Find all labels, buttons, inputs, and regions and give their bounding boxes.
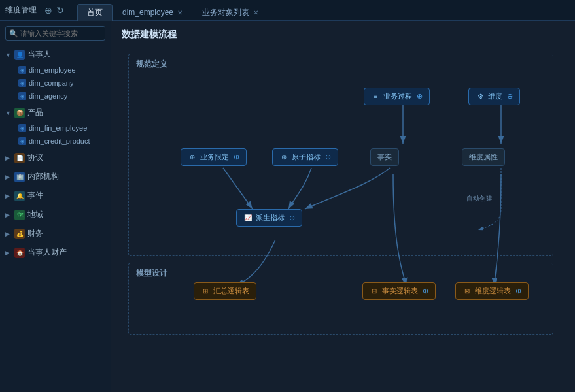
node-dimension-logic[interactable]: ⊠ 维度逻辑表 ⊕: [455, 282, 529, 300]
tab-dim-employee-label: dim_employee: [122, 8, 173, 17]
tab-business-object-close[interactable]: ✕: [253, 9, 258, 16]
atomic-indicator-plus[interactable]: ⊕: [325, 153, 331, 161]
search-input[interactable]: [5, 26, 105, 41]
derived-indicator-icon: 📈: [243, 214, 253, 223]
protocol-label: 协议: [27, 152, 43, 163]
business-limit-plus[interactable]: ⊕: [234, 153, 239, 161]
sidebar-group-party-header[interactable]: ▼ 👤 当事人: [0, 46, 111, 63]
summary-logic-label: 汇总逻辑表: [213, 286, 249, 296]
tab-bar: 首页 dim_employee ✕ 业务对象列表 ✕: [77, 0, 268, 21]
finance-arrow: ▶: [5, 231, 12, 237]
node-dimension[interactable]: ⚙ 维度 ⊕: [468, 88, 520, 105]
leaf-dim-company[interactable]: ◈ dim_company: [13, 76, 111, 90]
party-children: ◈ dim_employee ◈ dim_company ◈ dim_agenc…: [0, 63, 111, 103]
tab-business-object-label: 业务对象列表: [202, 7, 249, 18]
derived-indicator-plus[interactable]: ⊕: [289, 214, 295, 222]
tab-home[interactable]: 首页: [77, 4, 113, 21]
internal-label: 内部机构: [27, 171, 59, 182]
tab-home-label: 首页: [87, 7, 103, 18]
party-property-icon: 🏠: [14, 248, 25, 258]
protocol-icon: 📄: [14, 153, 25, 163]
event-arrow: ▶: [5, 193, 12, 199]
dimension-logic-icon: ⊠: [462, 287, 472, 296]
sidebar-group-protocol: ▶ 📄 协议: [0, 149, 111, 167]
fact-logic-label: 事实逻辑表: [382, 286, 418, 296]
leaf-dot-2: ◈: [18, 79, 26, 87]
leaf-dot-5: ◈: [18, 137, 26, 145]
node-summary-logic[interactable]: ⊞ 汇总逻辑表: [194, 282, 256, 300]
party-property-arrow: ▶: [5, 250, 12, 256]
model-design-label: 模型设计: [136, 268, 167, 279]
product-label: 产品: [27, 107, 43, 118]
auto-create-label: 自动创建: [466, 194, 493, 203]
flow-diagram: 规范定义 模型设计: [122, 47, 565, 384]
sidebar-group-region-header[interactable]: ▶ 🗺 地域: [0, 206, 111, 223]
node-business-process[interactable]: ≡ 业务过程 ⊕: [364, 88, 430, 105]
internal-arrow: ▶: [5, 174, 12, 180]
event-label: 事件: [27, 190, 43, 201]
region-label: 地域: [27, 209, 43, 220]
sidebar-group-event: ▶ 🔔 事件: [0, 187, 111, 204]
leaf-dim-credit-product[interactable]: ◈ dim_credit_product: [13, 135, 111, 148]
leaf-dim-employee[interactable]: ◈ dim_employee: [13, 63, 111, 76]
leaf-dim-agency[interactable]: ◈ dim_agency: [13, 90, 111, 103]
leaf-dot: ◈: [18, 66, 26, 74]
sidebar-group-internal-header[interactable]: ▶ 🏢 内部机构: [0, 168, 111, 186]
sidebar-group-finance-header[interactable]: ▶ 💰 财务: [0, 225, 111, 242]
app-title: 维度管理: [5, 5, 37, 16]
node-atomic-indicator[interactable]: ⊕ 原子指标 ⊕: [272, 148, 338, 166]
tab-dim-employee-close[interactable]: ✕: [177, 9, 183, 16]
party-icon: 👤: [14, 50, 25, 60]
business-limit-label: 业务限定: [200, 152, 229, 162]
leaf-dim-agency-label: dim_agency: [29, 92, 67, 100]
tab-business-object[interactable]: 业务对象列表 ✕: [192, 4, 268, 21]
finance-icon: 💰: [14, 229, 25, 239]
sidebar-group-finance: ▶ 💰 财务: [0, 225, 111, 242]
search-icon: 🔍: [9, 29, 18, 38]
internal-icon: 🏢: [14, 172, 25, 182]
product-arrow: ▼: [5, 110, 12, 116]
derived-indicator-label: 派生指标: [256, 213, 285, 223]
party-arrow: ▼: [5, 52, 12, 58]
tab-dim-employee[interactable]: dim_employee ✕: [113, 4, 192, 21]
page-title: 数据建模流程: [122, 29, 565, 41]
business-process-icon: ≡: [371, 92, 380, 101]
add-icon[interactable]: ⊕: [44, 5, 52, 16]
node-business-limit[interactable]: ⊕ 业务限定 ⊕: [181, 148, 247, 166]
sidebar-group-region: ▶ 🗺 地域: [0, 206, 111, 223]
business-process-plus[interactable]: ⊕: [417, 92, 423, 101]
sidebar-group-protocol-header[interactable]: ▶ 📄 协议: [0, 149, 111, 167]
refresh-icon[interactable]: ↻: [56, 5, 64, 16]
party-label: 当事人: [27, 49, 51, 60]
sidebar-group-internal: ▶ 🏢 内部机构: [0, 168, 111, 186]
fact-logic-plus[interactable]: ⊕: [423, 287, 428, 295]
fact-label: 事实: [377, 152, 392, 162]
atomic-indicator-icon: ⊕: [279, 153, 288, 162]
summary-logic-icon: ⊞: [201, 287, 210, 296]
node-dimension-attr[interactable]: 维度属性: [462, 148, 505, 166]
dimension-plus[interactable]: ⊕: [507, 92, 513, 101]
sidebar-group-event-header[interactable]: ▶ 🔔 事件: [0, 187, 111, 204]
sidebar-group-party-property-header[interactable]: ▶ 🏠 当事人财产: [0, 244, 111, 261]
content-area: 数据建模流程 规范定义 模型设计: [111, 21, 575, 392]
leaf-dim-company-label: dim_company: [29, 79, 73, 87]
top-bar: 维度管理 ⊕ ↻ 首页 dim_employee ✕ 业务对象列表 ✕: [0, 0, 575, 21]
node-fact[interactable]: 事实: [370, 148, 399, 166]
leaf-dim-fin-employee[interactable]: ◈ dim_fin_employee: [13, 122, 111, 135]
spec-def-label: 规范定义: [136, 59, 167, 70]
business-process-label: 业务过程: [383, 91, 412, 101]
toolbar-icons: ⊕ ↻: [44, 5, 64, 16]
node-fact-logic[interactable]: ⊟ 事实逻辑表 ⊕: [362, 282, 436, 300]
atomic-indicator-label: 原子指标: [292, 152, 321, 162]
dimension-attr-label: 维度属性: [469, 152, 498, 162]
product-icon: 📦: [14, 108, 25, 118]
dimension-logic-plus[interactable]: ⊕: [515, 287, 521, 295]
dimension-logic-label: 维度逻辑表: [475, 286, 511, 296]
dimension-label: 维度: [488, 91, 502, 101]
node-derived-indicator[interactable]: 📈 派生指标 ⊕: [236, 209, 302, 227]
finance-label: 财务: [27, 228, 43, 239]
region-icon: 🗺: [14, 210, 25, 220]
sidebar-group-product: ▼ 📦 产品 ◈ dim_fin_employee ◈ dim_credit_p…: [0, 104, 111, 148]
sidebar-group-product-header[interactable]: ▼ 📦 产品: [0, 104, 111, 122]
search-container: 🔍: [5, 26, 105, 41]
